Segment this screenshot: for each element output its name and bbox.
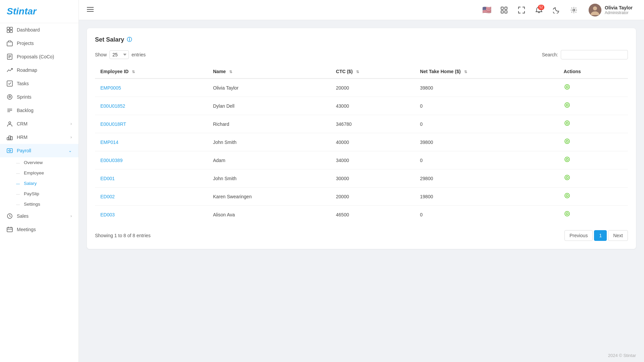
brand-name: Stintar: [7, 6, 37, 16]
dark-mode-toggle[interactable]: [550, 4, 562, 16]
cell-net-take-home: 29800: [415, 169, 558, 188]
view-action-icon[interactable]: [564, 194, 571, 200]
next-button[interactable]: Next: [608, 230, 628, 241]
language-selector[interactable]: 🇺🇸: [481, 4, 493, 16]
sidebar-item-backlog[interactable]: Backlog: [0, 104, 79, 117]
sidebar-item-payslip[interactable]: PaySlip: [16, 189, 79, 199]
col-actions: Actions: [558, 65, 628, 79]
employee-id-link[interactable]: ED002: [100, 194, 115, 199]
employee-label: Employee: [24, 170, 44, 175]
cell-name: Olivia Taylor: [208, 79, 331, 97]
settings-button[interactable]: [568, 4, 580, 16]
view-action-icon[interactable]: [564, 103, 571, 110]
employee-id-link[interactable]: E00U01852: [100, 103, 125, 109]
svg-rect-4: [7, 42, 12, 46]
info-icon[interactable]: ⓘ: [127, 37, 132, 43]
svg-point-43: [565, 139, 569, 144]
user-info: Olivia Taylor Administrator: [605, 5, 633, 15]
show-label: Show: [95, 52, 107, 57]
cell-name: John Smith: [208, 169, 331, 188]
header: 🇺🇸 52: [79, 0, 644, 20]
cell-actions: [558, 133, 628, 151]
col-name[interactable]: Name ⇅: [208, 65, 331, 79]
svg-point-34: [573, 9, 575, 11]
employee-id-link[interactable]: ED003: [100, 212, 115, 217]
flag-icon: 🇺🇸: [482, 6, 491, 14]
sidebar-item-hrm[interactable]: HRM ›: [0, 131, 79, 144]
salary-label: Salary: [24, 181, 37, 186]
sidebar-item-crm[interactable]: CRM ›: [0, 117, 79, 131]
hrm-icon: [7, 134, 13, 140]
svg-rect-3: [10, 30, 12, 33]
employee-id-link[interactable]: E00U0389: [100, 158, 122, 163]
cell-ctc: 20000: [331, 188, 415, 206]
cell-ctc: 20000: [331, 79, 415, 97]
notifications-button[interactable]: 52: [533, 4, 545, 16]
sidebar-item-tasks[interactable]: Tasks: [0, 77, 79, 90]
view-action-icon[interactable]: [564, 85, 571, 92]
col-ctc[interactable]: CTC ($) ⇅: [331, 65, 415, 79]
view-action-icon[interactable]: [564, 157, 571, 164]
backlog-icon: [7, 107, 13, 113]
svg-point-19: [9, 150, 11, 152]
employee-id-link[interactable]: EMP014: [100, 140, 118, 145]
sidebar-item-meetings-label: Meetings: [17, 227, 36, 232]
table-row: EMP014 John Smith 40000 39800: [95, 133, 628, 151]
search-box: Search:: [542, 50, 628, 59]
main-area: 🇺🇸 52: [79, 0, 644, 362]
employee-id-link[interactable]: E00U018RT: [100, 121, 126, 127]
sidebar-item-proposals[interactable]: Proposals (CoCo): [0, 50, 79, 63]
sidebar-item-salary[interactable]: Salary: [16, 178, 79, 189]
sidebar-item-meetings[interactable]: Meetings: [0, 223, 79, 236]
cell-employee-id: ED002: [95, 188, 208, 206]
sidebar-item-roadmap[interactable]: Roadmap: [0, 63, 79, 77]
sidebar-item-sprints[interactable]: Sprints: [0, 90, 79, 104]
search-input[interactable]: [561, 50, 628, 59]
sidebar-item-settings[interactable]: Settings: [16, 199, 79, 209]
pagination: Previous 1 Next: [564, 230, 628, 241]
cell-actions: [558, 115, 628, 133]
payroll-chevron-icon: ⌄: [68, 148, 72, 153]
svg-rect-31: [505, 7, 507, 9]
fullscreen-button[interactable]: [515, 4, 528, 16]
cell-name: John Smith: [208, 133, 331, 151]
view-action-icon[interactable]: [564, 212, 571, 218]
menu-toggle-button[interactable]: [87, 6, 94, 14]
svg-point-48: [566, 176, 568, 178]
cell-actions: [558, 169, 628, 188]
sidebar-item-overview[interactable]: Overview: [16, 157, 79, 168]
cell-name: Adam: [208, 151, 331, 169]
page-title-text: Set Salary: [95, 36, 124, 43]
col-net-take-home[interactable]: Net Take Home ($) ⇅: [415, 65, 558, 79]
sidebar-item-projects[interactable]: Projects: [0, 37, 79, 50]
sidebar-item-sales[interactable]: Sales ›: [0, 209, 79, 223]
sort-net-icon: ⇅: [464, 70, 467, 74]
svg-rect-1: [10, 27, 12, 30]
sidebar-item-employee[interactable]: Employee: [16, 168, 79, 178]
sort-name-icon: ⇅: [229, 70, 232, 74]
apps-button[interactable]: [498, 4, 510, 16]
sidebar-item-dashboard[interactable]: Dashboard: [0, 23, 79, 37]
user-profile[interactable]: Olivia Taylor Administrator: [585, 2, 636, 18]
sidebar-item-payroll[interactable]: Payroll ⌄: [0, 144, 79, 157]
view-action-icon[interactable]: [564, 139, 571, 146]
cell-ctc: 40000: [331, 133, 415, 151]
previous-button[interactable]: Previous: [564, 230, 593, 241]
cell-net-take-home: 0: [415, 151, 558, 169]
svg-point-39: [565, 103, 569, 107]
view-action-icon[interactable]: [564, 121, 571, 128]
logo: Stintar: [0, 0, 79, 23]
view-action-icon[interactable]: [564, 175, 571, 182]
entries-select[interactable]: 25 10 50 100: [109, 50, 129, 59]
employee-id-link[interactable]: ED001: [100, 176, 115, 181]
cell-actions: [558, 151, 628, 169]
sidebar-item-backlog-label: Backlog: [17, 108, 34, 113]
svg-rect-23: [7, 227, 12, 232]
sidebar-item-proposals-label: Proposals (CoCo): [17, 54, 54, 59]
employee-id-link[interactable]: EMP0005: [100, 85, 121, 91]
table-row: E00U01852 Dylan Dell 43000 0: [95, 97, 628, 115]
col-employee-id[interactable]: Employee ID ⇅: [95, 65, 208, 79]
page-1-button[interactable]: 1: [594, 230, 607, 241]
cell-actions: [558, 97, 628, 115]
notification-badge: 52: [538, 5, 544, 10]
